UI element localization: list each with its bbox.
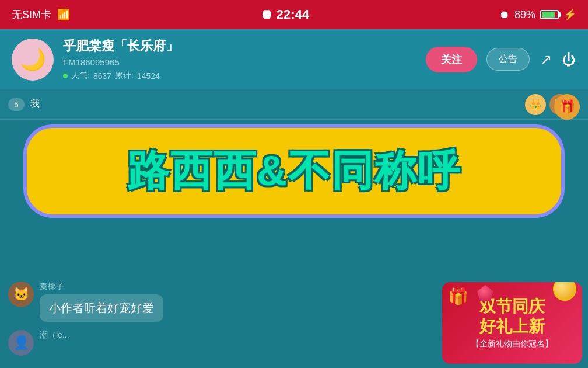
- coin-icon: [553, 282, 576, 301]
- power-button[interactable]: ⏻: [562, 51, 576, 68]
- popularity-value: 8637: [93, 71, 111, 81]
- follow-button[interactable]: 关注: [426, 47, 477, 72]
- msg-avatar-1: 🐱: [8, 282, 34, 307]
- channel-info: 乎肥棠瘦「长乐府」 FM186095965 人气: 8637 累计: 14524: [63, 37, 416, 81]
- share-button[interactable]: ↗: [540, 51, 552, 68]
- status-left: 无SIM卡 📶: [12, 8, 70, 22]
- battery-fill: [542, 12, 555, 18]
- online-dot: [63, 74, 68, 78]
- user-text: 我: [30, 98, 519, 110]
- wifi-icon: 📶: [57, 8, 70, 21]
- battery-percent: 89%: [514, 9, 536, 21]
- time-display: 22:44: [276, 7, 309, 22]
- user-row: 5 我 👑 🐱 ›: [0, 89, 588, 120]
- location-icon: ⏺: [499, 9, 510, 21]
- channel-stats: 人气: 8637 累计: 14524: [63, 71, 416, 81]
- channel-avatar: 🌙: [12, 39, 54, 81]
- channel-id: FM186095965: [63, 57, 416, 67]
- status-bar: 无SIM卡 📶 ⏺ 22:44 ⏺ 89% ⚡: [0, 0, 588, 29]
- battery-icon: [540, 10, 559, 19]
- channel-name: 乎肥棠瘦「长乐府」: [63, 37, 416, 55]
- status-right: ⏺ 89% ⚡: [499, 8, 576, 21]
- promo-subtitle: 【全新礼物由你冠名】: [471, 339, 553, 349]
- sim-label: 无SIM卡: [12, 8, 51, 22]
- gem-icon: [477, 285, 494, 301]
- promo-coin: [553, 282, 576, 301]
- banner-text: 路西西&不同称呼: [127, 143, 461, 199]
- gem-shape: [477, 285, 494, 301]
- battery-bolt: ⚡: [564, 8, 576, 21]
- content-area: 5 我 👑 🐱 › 🎁 路西西&不同称呼 🐱 秦椰子 小作者听着好宠好爱 👤 潮…: [0, 89, 588, 368]
- status-center: ⏺ 22:44: [260, 7, 309, 22]
- total-value: 14524: [137, 71, 160, 81]
- gift-icon: 🎁: [554, 94, 580, 120]
- popularity-label: 人气:: [71, 71, 90, 81]
- msg-avatar-2: 👤: [8, 330, 34, 356]
- msg-bubble-1: 小作者听着好宠好爱: [40, 294, 163, 322]
- gift-area: 🎁: [554, 94, 580, 120]
- user-count-badge: 5: [8, 98, 24, 111]
- overlay-banner: 路西西&不同称呼: [23, 124, 565, 218]
- channel-header: 🌙 乎肥棠瘦「长乐府」 FM186095965 人气: 8637 累计: 145…: [0, 29, 588, 89]
- battery-bar: [540, 10, 559, 19]
- record-icon: ⏺: [260, 7, 273, 22]
- promo-gift-icon: 🎁: [448, 287, 468, 306]
- user-avatar-1: 👑: [525, 94, 546, 115]
- promo-banner: 🎁 双节同庆好礼上新 【全新礼物由你冠名】: [442, 282, 582, 364]
- header-actions: 公告 ↗ ⏻: [487, 48, 576, 71]
- announce-button[interactable]: 公告: [487, 48, 530, 71]
- total-label: 累计:: [115, 71, 134, 81]
- promo-title: 双节同庆好礼上新: [480, 297, 545, 336]
